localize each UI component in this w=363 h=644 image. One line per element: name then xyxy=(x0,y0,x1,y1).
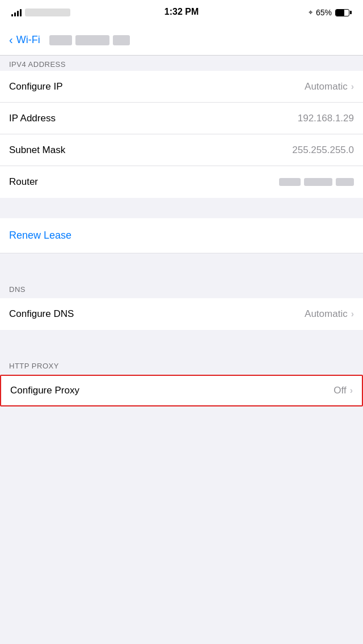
router-value-blurred xyxy=(279,178,354,186)
status-right: ⌖ 65% xyxy=(309,8,352,17)
configure-dns-chevron-icon: › xyxy=(351,309,354,319)
http-proxy-section-header: HTTP PROXY xyxy=(0,350,363,375)
carrier-text xyxy=(25,9,70,16)
configure-dns-value-text: Automatic xyxy=(305,308,348,320)
back-label: Wi-Fi xyxy=(16,34,40,46)
router-blurred-1 xyxy=(279,178,301,186)
configure-ip-value-text: Automatic xyxy=(305,81,348,92)
ipv4-section-header: IPv4 ADDRESS xyxy=(0,56,363,71)
renew-lease-label: Renew Lease xyxy=(9,230,71,241)
subnet-mask-value-text: 255.255.255.0 xyxy=(292,145,354,156)
configure-proxy-row[interactable]: Configure Proxy Off › xyxy=(0,375,363,406)
divider-2 xyxy=(0,253,363,274)
ip-address-row: IP Address 192.168.1.29 xyxy=(0,103,363,134)
subnet-mask-row: Subnet Mask 255.255.255.0 xyxy=(0,134,363,166)
configure-proxy-value-text: Off xyxy=(334,385,346,396)
configure-dns-value: Automatic › xyxy=(305,308,354,320)
router-label: Router xyxy=(9,176,38,188)
configure-proxy-value: Off › xyxy=(334,385,353,396)
divider-1 xyxy=(0,198,363,218)
subnet-mask-label: Subnet Mask xyxy=(9,145,65,156)
ip-address-value-text: 192.168.1.29 xyxy=(298,113,354,124)
battery-icon xyxy=(335,9,352,16)
network-name-blurred xyxy=(49,35,130,45)
configure-dns-label: Configure DNS xyxy=(9,308,74,320)
ipv4-settings-group: Configure IP Automatic › IP Address 192.… xyxy=(0,71,363,198)
back-button[interactable]: ‹ Wi-Fi xyxy=(9,33,40,46)
navigation-bar: ‹ Wi-Fi xyxy=(0,25,363,56)
configure-dns-row[interactable]: Configure DNS Automatic › xyxy=(0,298,363,330)
divider-3 xyxy=(0,330,363,350)
blurred-network-3 xyxy=(113,35,130,45)
configure-proxy-chevron-icon: › xyxy=(350,385,353,396)
configure-ip-label: Configure IP xyxy=(9,81,63,92)
configure-ip-row[interactable]: Configure IP Automatic › xyxy=(0,71,363,103)
battery-percent: 65% xyxy=(316,8,332,17)
signal-bars-icon xyxy=(11,9,22,16)
dns-section-header: DNS xyxy=(0,274,363,298)
dns-settings-group: Configure DNS Automatic › xyxy=(0,298,363,330)
location-icon: ⌖ xyxy=(309,8,313,17)
blurred-network-1 xyxy=(49,35,72,45)
status-left xyxy=(11,9,70,16)
back-chevron-icon: ‹ xyxy=(9,33,13,46)
proxy-settings-group: Configure Proxy Off › xyxy=(0,375,363,406)
renew-lease-group: Renew Lease xyxy=(0,218,363,253)
ip-address-value: 192.168.1.29 xyxy=(298,113,354,124)
subnet-mask-value: 255.255.255.0 xyxy=(292,145,354,156)
router-blurred-2 xyxy=(304,178,332,186)
router-blurred-3 xyxy=(336,178,354,186)
renew-lease-row[interactable]: Renew Lease xyxy=(0,218,363,253)
status-bar: 1:32 PM ⌖ 65% xyxy=(0,0,363,25)
router-row: Router xyxy=(0,166,363,198)
configure-ip-chevron-icon: › xyxy=(351,82,354,92)
blurred-network-2 xyxy=(75,35,109,45)
configure-proxy-label: Configure Proxy xyxy=(10,385,79,396)
ip-address-label: IP Address xyxy=(9,113,56,124)
status-time: 1:32 PM xyxy=(164,7,199,17)
configure-ip-value: Automatic › xyxy=(305,81,354,92)
